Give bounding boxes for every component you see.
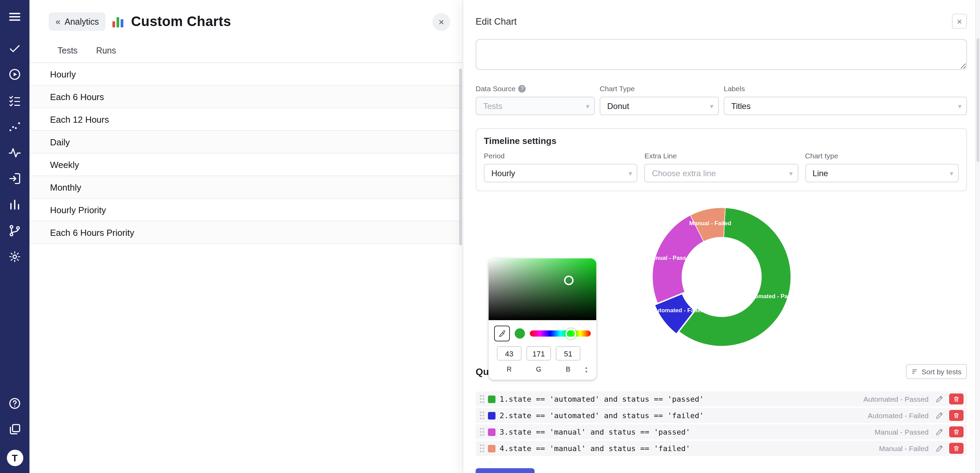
hue-handle[interactable] [565,328,576,339]
close-icon: × [957,16,962,26]
color-mode-toggle[interactable]: ▴▾ [585,365,587,374]
close-edit-chart-button[interactable]: × [952,14,967,29]
red-input[interactable] [497,346,522,361]
charts-list: HourlyEach 6 HoursEach 12 HoursDailyWeek… [29,63,463,473]
query-row: 2.state == 'automated' and status == 'fa… [476,408,967,423]
chart-type-select[interactable]: Donut ▾ [600,97,719,115]
projects-icon[interactable] [8,422,22,436]
help-icon[interactable] [8,396,22,410]
test-list-icon[interactable] [8,93,22,107]
trend-icon[interactable] [8,119,22,133]
delete-query-button[interactable] [949,443,964,454]
edit-pencil-icon [935,395,944,403]
close-panel-button[interactable]: × [433,13,450,30]
list-item[interactable]: Hourly [29,63,463,86]
help-icon[interactable]: ? [519,84,526,92]
extra-line-select[interactable]: Choose extra line ▾ [644,164,799,182]
drag-handle-icon [480,444,485,452]
pulse-icon[interactable] [8,145,22,159]
back-button-label: Analytics [64,17,99,26]
delete-query-button[interactable] [949,393,964,405]
period-label: Period [484,151,638,160]
edit-chart-title: Edit Chart [476,16,517,26]
edit-query-button[interactable] [935,428,944,436]
delete-query-button[interactable] [949,427,964,437]
delete-query-button[interactable] [949,410,964,421]
donut-segment-label: Automated - Failed [651,307,704,314]
query-color-swatch[interactable] [488,395,495,403]
trash-icon [953,445,959,452]
hue-slider[interactable] [530,330,591,337]
list-item[interactable]: Each 6 Hours [29,86,463,108]
drag-handle[interactable] [480,395,485,403]
chevron-down-icon: ▾ [789,169,792,177]
blue-input[interactable] [556,346,581,361]
menu-icon[interactable] [8,10,22,23]
left-panel-scrollbar[interactable] [459,68,462,245]
timeline-chart-type-label: Chart type [805,151,959,160]
settings-icon[interactable] [8,250,22,263]
drag-handle[interactable] [480,428,485,436]
labels-select[interactable]: Titles ▾ [724,97,967,115]
runs-play-icon[interactable] [8,67,22,81]
chevron-down-icon: ▾ [629,169,632,177]
query-label: Manual - Passed [875,428,929,436]
tasks-icon[interactable] [8,41,22,55]
edit-query-button[interactable] [935,444,944,452]
query-label: Automated - Passed [864,395,929,403]
donut-segment-label: Automated - Passed [745,293,800,299]
timeline-chart-type-select[interactable]: Line ▾ [805,164,959,182]
list-item[interactable]: Each 12 Hours [29,108,463,131]
branches-icon[interactable] [8,223,22,237]
chevron-down-icon: ▾ [950,169,953,177]
current-color-swatch [515,328,525,339]
donut-chart[interactable]: Automated - PassedAutomated - FailedManu… [643,198,800,356]
list-item[interactable]: Daily [29,131,463,154]
edit-query-button[interactable] [935,411,944,419]
data-source-select[interactable]: Tests ▾ [476,97,595,115]
add-query-button[interactable]: + Add Query [476,468,534,473]
import-icon[interactable] [8,171,22,185]
app-root: T « Analytics Custom Charts × Tests Runs [0,0,980,473]
tab-tests[interactable]: Tests [57,46,78,62]
query-rows: 1.state == 'automated' and status == 'pa… [476,392,967,456]
labels-label: Labels [724,84,967,92]
tab-runs[interactable]: Runs [96,46,116,62]
edit-pencil-icon [935,444,944,452]
chevron-down-icon: ▾ [958,102,961,110]
chart-type-field: Chart Type Donut ▾ [600,84,719,115]
chart-description-textarea[interactable] [476,39,967,70]
list-item[interactable]: Hourly Priority [29,199,463,221]
eyedropper-button[interactable] [494,326,510,341]
trash-icon [953,395,959,402]
app-logo[interactable]: T [6,450,23,466]
saturation-area[interactable] [488,258,596,320]
query-color-swatch[interactable] [488,412,495,419]
main-sidebar: T [0,0,29,473]
drag-handle[interactable] [480,444,485,452]
saturation-cursor[interactable] [564,275,574,285]
back-to-analytics-button[interactable]: « Analytics [49,12,106,31]
sidebar-top-icons [8,10,22,263]
query-color-swatch[interactable] [488,428,495,436]
red-label: R [507,365,512,373]
sort-by-tests-button[interactable]: Sort by tests [906,364,967,379]
edit-chart-header: Edit Chart × [476,14,967,29]
bar-chart-emoji-icon [113,16,124,27]
green-input[interactable] [526,346,551,361]
drag-handle[interactable] [480,411,485,419]
custom-charts-header: « Analytics Custom Charts × [29,0,463,31]
query-row: 3.state == 'manual' and status == 'passe… [476,424,967,440]
list-item[interactable]: Monthly [29,176,463,199]
blue-label: B [566,365,570,373]
analytics-icon[interactable] [8,197,22,211]
trash-icon [953,412,959,419]
window-scrollbar[interactable] [975,0,980,473]
extra-line-field: Extra Line Choose extra line ▾ [644,151,799,182]
timeline-settings-box: Timeline settings Period Hourly ▾ Extra … [476,128,967,191]
query-color-swatch[interactable] [488,444,495,452]
edit-query-button[interactable] [935,395,944,403]
list-item[interactable]: Weekly [29,154,463,176]
list-item[interactable]: Each 6 Hours Priority [29,221,463,244]
period-select[interactable]: Hourly ▾ [484,164,638,182]
